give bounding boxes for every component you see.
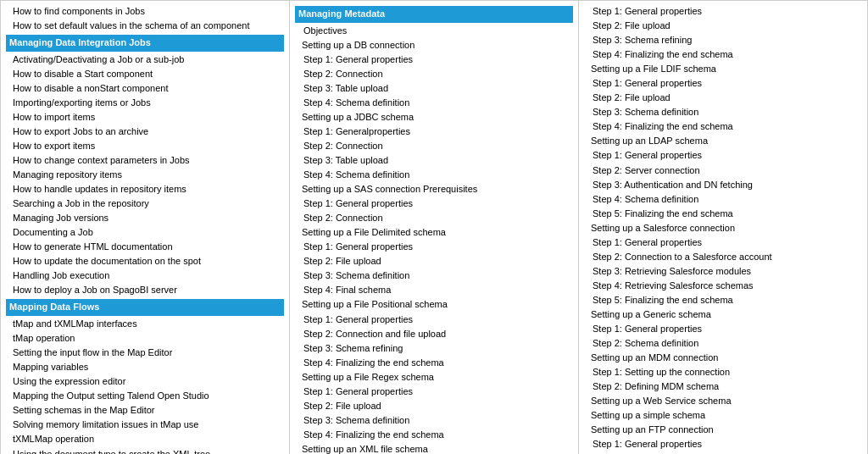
list-item: Step 4: Finalizing the end schema: [584, 119, 862, 134]
list-item: Setting schemas in the Map Editor: [6, 403, 284, 418]
list-item: Step 4: Finalizing the end schema: [295, 356, 573, 370]
list-item: How to export items: [6, 139, 284, 153]
list-item: How to update the documentation on the s…: [6, 254, 284, 269]
list-item: Managing repository items: [6, 168, 284, 182]
list-item: Step 3: Schema definition: [295, 413, 573, 428]
column-1: How to find components in JobsHow to set…: [1, 1, 290, 454]
list-item: Step 2: File upload: [295, 399, 573, 413]
list-item: Searching a Job in the repository: [6, 197, 284, 211]
list-item: Step 3: Schema definition: [584, 105, 862, 119]
list-item: How to import items: [6, 110, 284, 125]
list-item: Step 1: General properties: [584, 322, 862, 336]
list-item: Setting up a Salesforce connection: [584, 221, 862, 235]
list-item: Activating/Deactivating a Job or a sub-j…: [6, 53, 284, 67]
list-item: Step 1: General properties: [295, 385, 573, 399]
list-item: Step 4: Finalizing the end schema: [295, 428, 573, 442]
list-item: Setting the input flow in the Map Editor: [6, 346, 284, 360]
list-item: Step 4: Retrieving Salesforce schemas: [584, 279, 862, 293]
list-item: How to deploy a Job on SpagoBI server: [6, 283, 284, 297]
list-item: Step 2: File upload: [584, 91, 862, 105]
list-item: Step 2: Connection to a Salesforce accou…: [584, 250, 862, 264]
col2-section1-items: ObjectivesSetting up a DB connectionStep…: [295, 24, 573, 454]
list-item: Setting up a Web Service schema: [584, 394, 862, 408]
list-item: Setting up a Generic schema: [584, 307, 862, 322]
list-item: How to change context parameters in Jobs: [6, 153, 284, 168]
list-item: Step 2: Schema definition: [584, 336, 862, 351]
list-item: Step 2: Defining MDM schema: [584, 379, 862, 394]
list-item: tXMLMap operation: [6, 432, 284, 446]
list-item: Setting up a File Regex schema: [295, 370, 573, 385]
list-item: Setting up an LDAP schema: [584, 134, 862, 148]
section-mapping-data-flows: Mapping Data Flows: [6, 299, 284, 316]
list-item: Step 4: Schema definition: [584, 192, 862, 207]
list-item: Setting up an XML file schema: [295, 442, 573, 454]
list-item: Setting up a File Positional schema: [295, 297, 573, 312]
col1-section1-items: Activating/Deactivating a Job or a sub-j…: [6, 53, 284, 298]
list-item: Step 2: File upload: [295, 254, 573, 269]
list-item: Setting up an FTP connection: [584, 423, 862, 437]
list-item: Using the document type to create the XM…: [6, 447, 284, 455]
list-item: Objectives: [295, 24, 573, 38]
list-item: Step 1: General properties: [584, 4, 862, 19]
section-managing-data-integration-jobs: Managing Data Integration Jobs: [6, 35, 284, 52]
list-item: Step 1: General properties: [295, 240, 573, 254]
list-item: How to disable a Start component: [6, 67, 284, 81]
list-item: Importing/exporting items or Jobs: [6, 96, 284, 110]
list-item: Step 2: Connection and file upload: [295, 327, 573, 341]
col1-before-items: How to find components in JobsHow to set…: [6, 4, 284, 33]
list-item: Step 2: Server connection: [584, 163, 862, 178]
list-item: Setting up an MDM connection: [584, 351, 862, 365]
list-item: Setting up a SAS connection Prerequisite…: [295, 182, 573, 197]
list-item: Setting up a JDBC schema: [295, 110, 573, 125]
list-item: Setting up a simple schema: [584, 408, 862, 423]
list-item: Step 3: Table upload: [295, 81, 573, 96]
list-item: How to set default values in the schema …: [6, 19, 284, 33]
list-item: Step 1: General properties: [295, 197, 573, 211]
section-managing-metadata: Managing Metadata: [295, 6, 573, 23]
list-item: tMap operation: [6, 331, 284, 346]
list-item: Step 1: General properties: [584, 437, 862, 451]
list-item: Handling Job execution: [6, 269, 284, 283]
list-item: Setting up a File Delimited schema: [295, 225, 573, 240]
list-item: Step 3: Authentication and DN fetching: [584, 178, 862, 192]
list-item: Step 1: General properties: [584, 148, 862, 163]
list-item: Step 3: Retrieving Salesforce modules: [584, 264, 862, 279]
list-item: How to handle updates in repository item…: [6, 182, 284, 197]
list-item: Documenting a Job: [6, 225, 284, 240]
list-item: Mapping variables: [6, 360, 284, 374]
list-item: Managing Job versions: [6, 211, 284, 225]
col3-before-items: Step 1: General propertiesStep 2: File u…: [584, 4, 862, 454]
list-item: How to find components in Jobs: [6, 4, 284, 19]
list-item: Step 2: Connection: [295, 139, 573, 153]
list-item: Mapping the Output setting Talend Open S…: [6, 389, 284, 403]
list-item: Step 3: Schema refining: [584, 33, 862, 47]
list-item: Step 4: Schema definition: [295, 96, 573, 110]
column-2: Managing Metadata ObjectivesSetting up a…: [290, 1, 579, 454]
list-item: Step 3: Schema refining: [295, 341, 573, 356]
list-item: Step 1: General properties: [295, 313, 573, 327]
list-item: Step 1: General properties: [584, 235, 862, 250]
list-item: Step 5: Finalizing the end schema: [584, 293, 862, 307]
column-3: Step 1: General propertiesStep 2: File u…: [579, 1, 867, 454]
list-item: How to generate HTML documentation: [6, 240, 284, 254]
list-item: Using the expression editor: [6, 374, 284, 389]
list-item: Step 2: Connection: [295, 211, 573, 225]
list-item: Step 1: Generalproperties: [295, 125, 573, 139]
list-item: tMap and tXMLMap interfaces: [6, 317, 284, 331]
main-container: How to find components in JobsHow to set…: [0, 0, 868, 454]
list-item: Step 2: File upload: [584, 19, 862, 33]
list-item: How to disable a nonStart component: [6, 81, 284, 96]
list-item: Step 1: General properties: [584, 76, 862, 91]
list-item: Step 1: General properties: [295, 53, 573, 67]
list-item: Step 2: Connection: [295, 67, 573, 81]
list-item: Setting up a DB connection: [295, 38, 573, 53]
list-item: Step 5: Finalizing the end schema: [584, 207, 862, 221]
list-item: Step 4: Finalizing the end schema: [584, 47, 862, 62]
list-item: Solving memory limitation issues in tMap…: [6, 418, 284, 432]
list-item: How to export Jobs to an archive: [6, 125, 284, 139]
list-item: Step 4: Schema definition: [295, 168, 573, 182]
list-item: Step 4: Final schema: [295, 283, 573, 297]
list-item: Setting up a File LDIF schema: [584, 62, 862, 76]
list-item: Step 3: Schema definition: [295, 269, 573, 283]
list-item: Step 3: Table upload: [295, 153, 573, 168]
